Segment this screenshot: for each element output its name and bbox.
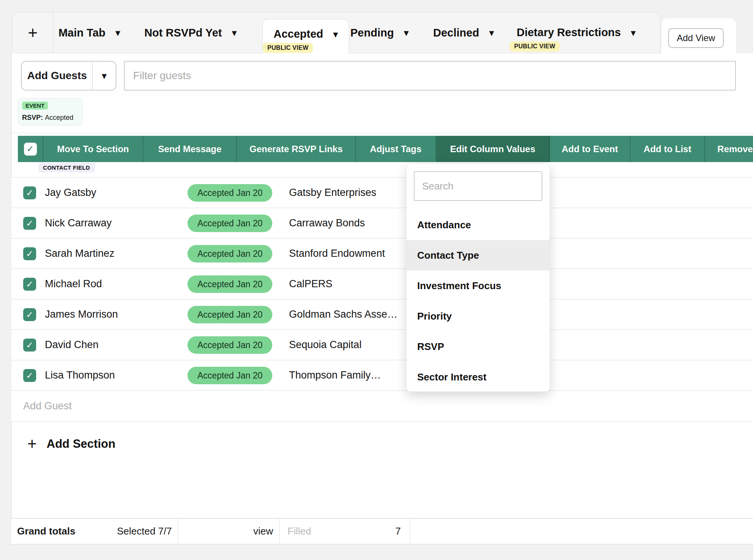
adjust-tags-button[interactable]: Adjust Tags	[356, 136, 436, 162]
rsvp-status-pill[interactable]: Accepted Jan 20	[187, 306, 272, 323]
public-view-badge: PUBLIC VIEW	[510, 41, 560, 51]
add-guest-placeholder: Add Guest	[23, 391, 72, 421]
guest-company[interactable]: Goldman Sachs Asse…	[289, 299, 397, 329]
add-guest-row[interactable]: Add Guest	[11, 391, 753, 422]
filled-count: 7	[279, 519, 401, 544]
guest-company[interactable]: Thompson Family…	[289, 360, 381, 390]
dropdown-item-investment-focus[interactable]: Investment Focus	[407, 270, 550, 301]
row-checkbox[interactable]	[23, 278, 36, 291]
rsvp-status-pill[interactable]: Accepted Jan 20	[187, 245, 272, 262]
guest-row[interactable]: Lisa Thompson Accepted Jan 20 Thompson F…	[11, 360, 753, 391]
tab-pending[interactable]: Pending	[338, 13, 421, 53]
rsvp-status-pill[interactable]: Accepted Jan 20	[187, 184, 272, 202]
tab-main-tab[interactable]: Main Tab	[40, 13, 139, 53]
tab-label: Accepted	[273, 28, 323, 40]
tab-label: Not RSVPd Yet	[144, 27, 222, 39]
add-to-event-button[interactable]: Add to Event	[550, 136, 631, 162]
dropdown-item-priority[interactable]: Priority	[407, 301, 550, 331]
column-divider	[410, 519, 410, 544]
guest-row[interactable]: Jay Gatsby Accepted Jan 20 Gatsby Enterp…	[11, 178, 753, 208]
edit-column-values-dropdown: Attendance Contact Type Investment Focus…	[406, 164, 550, 392]
row-checkbox[interactable]	[23, 369, 36, 382]
add-guests-button[interactable]: Add Guests	[22, 62, 93, 90]
select-all-checkbox[interactable]	[24, 143, 37, 156]
dropdown-item-rsvp[interactable]: RSVP	[407, 331, 550, 362]
dropdown-item-list: Attendance Contact Type Investment Focus…	[407, 210, 550, 392]
event-tag-badge: EVENT	[22, 102, 48, 110]
chevron-down-icon[interactable]	[404, 28, 409, 38]
tab-label: Declined	[433, 27, 479, 39]
guest-name[interactable]: David Chen	[45, 330, 98, 360]
guest-name[interactable]: Jay Gatsby	[45, 178, 96, 208]
add-to-list-button[interactable]: Add to List	[631, 136, 705, 162]
contact-field-header: CONTACT FIELD	[38, 163, 95, 172]
tab-dietary-restrictions[interactable]: Dietary Restrictions PUBLIC VIEW	[510, 13, 643, 53]
move-to-section-button[interactable]: Move To Section	[43, 136, 143, 162]
guest-row[interactable]: David Chen Accepted Jan 20 Sequoia Capit…	[11, 330, 753, 360]
guest-company[interactable]: Carraway Bonds	[289, 208, 365, 238]
add-section-label: Add Section	[47, 437, 116, 451]
filter-chip-text: RSVP: Accepted	[22, 114, 73, 122]
dropdown-item-sector-interest[interactable]: Sector Interest	[407, 362, 550, 392]
guest-row[interactable]: James Morrison Accepted Jan 20 Goldman S…	[11, 299, 753, 330]
guest-company[interactable]: Stanford Endowment	[289, 239, 385, 269]
guest-name[interactable]: James Morrison	[45, 299, 118, 329]
divider	[11, 133, 753, 133]
selected-count: Selected 7/7	[11, 519, 172, 544]
row-checkbox[interactable]	[23, 217, 36, 230]
row-checkbox[interactable]	[23, 247, 36, 260]
dropdown-search-input[interactable]	[414, 171, 542, 201]
guest-company[interactable]: CalPERS	[289, 269, 332, 299]
rsvp-status-pill[interactable]: Accepted Jan 20	[187, 215, 272, 232]
dropdown-item-attendance[interactable]: Attendance	[407, 210, 550, 240]
chevron-down-icon[interactable]	[631, 28, 635, 38]
guest-row[interactable]: Michael Rod Accepted Jan 20 CalPERS	[11, 269, 753, 299]
plus-icon	[28, 24, 38, 41]
edit-column-values-button[interactable]: Edit Column Values	[436, 136, 550, 162]
guest-row[interactable]: Sarah Martinez Accepted Jan 20 Stanford …	[11, 239, 753, 269]
add-view-panel: Add View	[661, 18, 736, 54]
add-view-button[interactable]: Add View	[668, 28, 724, 48]
tab-label: Main Tab	[59, 27, 106, 39]
guest-table: Jay Gatsby Accepted Jan 20 Gatsby Enterp…	[11, 177, 753, 422]
guest-name[interactable]: Lisa Thompson	[45, 360, 115, 390]
guest-name[interactable]: Nick Carraway	[45, 208, 112, 238]
row-checkbox[interactable]	[23, 186, 36, 199]
guest-name[interactable]: Sarah Martinez	[45, 239, 114, 269]
bulk-action-toolbar: Move To Section Send Message Generate RS…	[18, 136, 753, 162]
filter-guests-input[interactable]	[124, 61, 736, 91]
grand-totals-row: Grand totals Selected 7/7 view Filled 7	[11, 518, 753, 544]
chevron-down-icon[interactable]	[115, 28, 120, 38]
rsvp-status-pill[interactable]: Accepted Jan 20	[187, 367, 272, 384]
add-guests-dropdown-button[interactable]	[93, 62, 116, 90]
guest-name[interactable]: Michael Rod	[45, 269, 102, 299]
send-message-button[interactable]: Send Message	[143, 136, 237, 162]
rsvp-filter-chip[interactable]: EVENT RSVP: Accepted	[18, 98, 83, 126]
public-view-badge: PUBLIC VIEW	[263, 43, 313, 53]
tab-label: Dietary Restrictions	[516, 26, 621, 39]
remove-button[interactable]: Remove	[705, 136, 753, 162]
guest-row[interactable]: Nick Carraway Accepted Jan 20 Carraway B…	[11, 208, 753, 239]
add-guests-split-button: Add Guests	[21, 61, 116, 91]
row-checkbox[interactable]	[23, 308, 36, 321]
tab-not-rsvpd-yet[interactable]: Not RSVPd Yet	[133, 13, 248, 53]
chevron-down-icon[interactable]	[489, 28, 494, 38]
tab-accepted-selected[interactable]: Accepted PUBLIC VIEW	[262, 19, 349, 54]
rsvp-status-pill[interactable]: Accepted Jan 20	[187, 275, 272, 293]
guest-company[interactable]: Sequoia Capital	[289, 330, 362, 360]
generate-rsvp-links-button[interactable]: Generate RSVP Links	[237, 136, 356, 162]
select-all-cell	[18, 136, 43, 162]
guest-company[interactable]: Gatsby Enterprises	[289, 178, 376, 208]
chevron-down-icon[interactable]	[333, 29, 338, 39]
filter-chip-value: Accepted	[45, 114, 73, 121]
add-section-button[interactable]: Add Section	[27, 433, 115, 455]
totals-view-selector[interactable]: view	[178, 519, 273, 544]
tab-label: Pending	[350, 27, 394, 39]
chevron-down-icon[interactable]	[232, 28, 237, 38]
row-checkbox[interactable]	[23, 339, 36, 352]
guest-table-page: Main Tab Not RSVPd Yet Pending Declined	[0, 0, 753, 560]
filter-chip-field: RSVP:	[22, 114, 43, 121]
rsvp-status-pill[interactable]: Accepted Jan 20	[187, 336, 272, 354]
dropdown-item-contact-type[interactable]: Contact Type	[407, 240, 550, 270]
tab-declined[interactable]: Declined	[420, 13, 507, 53]
